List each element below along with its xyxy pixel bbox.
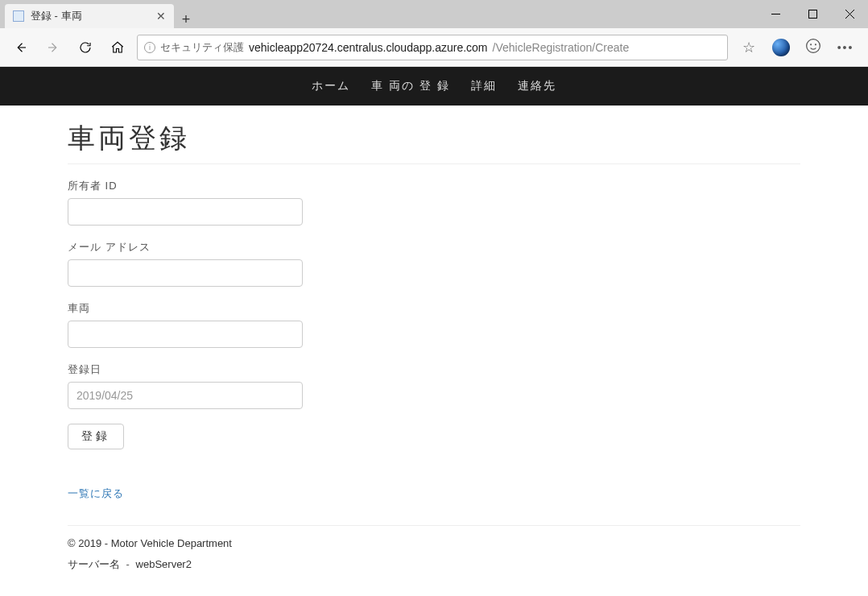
reg-date-label: 登録日 — [68, 362, 303, 377]
svg-point-8 — [816, 43, 816, 44]
browser-window: 登録 - 車両 ✕ + — [0, 0, 868, 596]
toolbar-right: ☆ ••• — [734, 35, 860, 60]
minimize-button[interactable] — [757, 2, 794, 27]
vehicle-field[interactable] — [68, 321, 303, 348]
back-to-list-link[interactable]: 一覧に戻る — [68, 486, 124, 501]
svg-point-7 — [811, 43, 812, 44]
star-icon: ☆ — [742, 39, 755, 56]
page-title: 車両登録 — [68, 120, 800, 164]
url-input[interactable]: i セキュリティ保護 vehicleapp20724.centralus.clo… — [137, 35, 728, 60]
browser-tab[interactable]: 登録 - 車両 ✕ — [5, 4, 174, 28]
close-window-button[interactable] — [831, 2, 868, 27]
profile-button[interactable] — [767, 35, 796, 60]
svg-rect-1 — [808, 10, 816, 19]
page-viewport: ホーム 車 両の 登 録 詳細 連絡先 車両登録 所有者 ID メール アドレス… — [0, 67, 868, 596]
nav-home[interactable]: ホーム — [312, 79, 350, 93]
site-navbar: ホーム 車 両の 登 録 詳細 連絡先 — [0, 67, 868, 106]
url-path: /VehicleRegistration/Create — [493, 41, 630, 54]
email-label: メール アドレス — [68, 240, 303, 255]
window-controls — [757, 0, 868, 28]
footer-server: サーバー名 - webServer2 — [68, 557, 800, 572]
url-host: vehicleapp20724.centralus.cloudapp.azure… — [249, 41, 488, 54]
email-field[interactable] — [68, 259, 303, 287]
nav-contact[interactable]: 連絡先 — [518, 79, 556, 93]
favorite-button[interactable]: ☆ — [734, 35, 763, 60]
server-name: webServer2 — [136, 558, 192, 570]
owner-id-label: 所有者 ID — [68, 179, 303, 193]
menu-button[interactable]: ••• — [831, 35, 860, 60]
more-icon: ••• — [837, 41, 854, 54]
maximize-button[interactable] — [794, 2, 831, 27]
tabs-area: 登録 - 車両 ✕ + — [0, 0, 198, 28]
titlebar: 登録 - 車両 ✕ + — [0, 0, 868, 28]
vehicle-group: 車両 — [68, 301, 303, 348]
profile-icon — [772, 39, 790, 56]
home-button[interactable] — [105, 35, 130, 60]
email-group: メール アドレス — [68, 240, 303, 287]
reg-date-group: 登録日 — [68, 362, 303, 409]
owner-id-group: 所有者 ID — [68, 179, 303, 226]
new-tab-button[interactable]: + — [174, 11, 198, 28]
address-bar: i セキュリティ保護 vehicleapp20724.centralus.clo… — [0, 28, 868, 67]
forward-button[interactable] — [40, 35, 66, 60]
feedback-button[interactable] — [799, 35, 828, 60]
nav-details[interactable]: 詳細 — [471, 79, 497, 93]
favicon-icon — [13, 10, 24, 22]
owner-id-field[interactable] — [68, 198, 303, 226]
reg-date-field[interactable] — [68, 382, 303, 409]
refresh-button[interactable] — [72, 35, 98, 60]
vehicle-label: 車両 — [68, 301, 303, 316]
footer-copyright: © 2019 - Motor Vehicle Department — [68, 537, 800, 549]
back-button[interactable] — [8, 35, 34, 60]
site-info-icon[interactable]: i — [144, 42, 155, 53]
nav-register-vehicle[interactable]: 車 両の 登 録 — [371, 79, 450, 93]
close-tab-icon[interactable]: ✕ — [156, 10, 166, 22]
security-label: セキュリティ保護 — [160, 40, 244, 55]
submit-group: 登録 — [68, 424, 303, 449]
submit-button[interactable]: 登録 — [68, 424, 124, 449]
footer-divider — [68, 525, 800, 526]
tab-title: 登録 - 車両 — [31, 9, 150, 23]
server-label: サーバー名 — [68, 558, 120, 570]
svg-point-6 — [807, 39, 820, 52]
page-body: 車両登録 所有者 ID メール アドレス 車両 登録日 登録 一覧に戻る — [56, 106, 812, 596]
smile-icon — [805, 38, 821, 57]
